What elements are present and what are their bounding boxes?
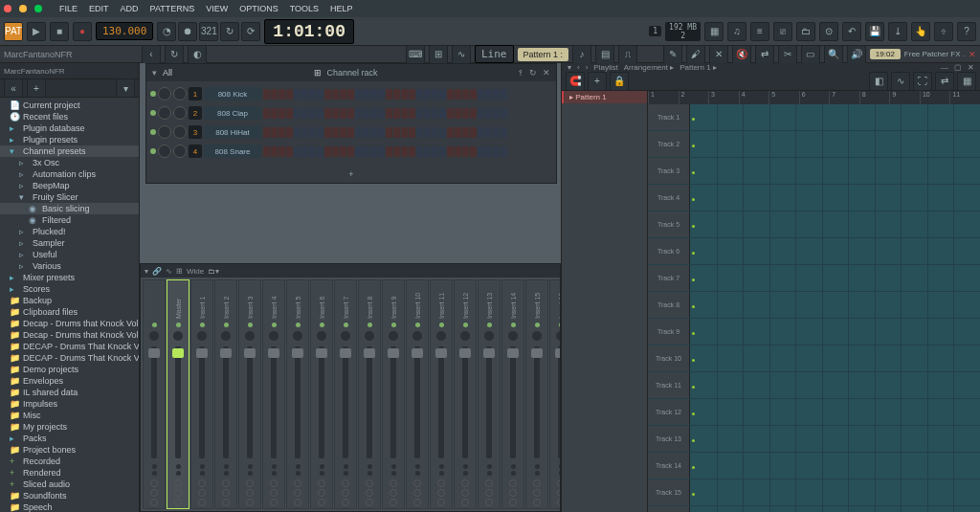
mixer-insert-track[interactable]: Insert 16: [549, 279, 560, 509]
mixer-insert-track[interactable]: Insert 7: [334, 279, 357, 509]
mixer-route-dots[interactable]: [559, 462, 561, 478]
step-cell[interactable]: [301, 146, 308, 157]
step-cell[interactable]: [309, 146, 316, 157]
view-browser-icon[interactable]: 🗀: [796, 22, 815, 41]
step-cell[interactable]: [416, 108, 423, 119]
channel-number[interactable]: 1: [189, 87, 202, 100]
mixer-pan-knob[interactable]: [532, 331, 542, 341]
channel-row[interactable]: 3808 HiHat: [150, 123, 552, 141]
mixer-mute-led[interactable]: [176, 323, 181, 327]
mixer-fader-slot[interactable]: [343, 346, 348, 458]
step-cell[interactable]: [416, 127, 423, 138]
mixer-pan-knob[interactable]: [293, 331, 302, 341]
mixer-fader-handle[interactable]: [196, 348, 208, 358]
browser-item[interactable]: +Rendered: [0, 467, 139, 479]
step-cell[interactable]: [286, 108, 293, 119]
step-cell[interactable]: [478, 108, 484, 119]
step-cell[interactable]: [263, 108, 270, 119]
ruler-bar[interactable]: 7: [829, 91, 859, 104]
step-cell[interactable]: [501, 89, 507, 100]
browser-options-icon[interactable]: ▾: [116, 78, 135, 98]
playlist-track-row[interactable]: Track 11: [648, 372, 980, 399]
step-cell[interactable]: [301, 89, 308, 100]
mixer-fader-slot[interactable]: [390, 346, 396, 458]
mixer-fader-handle[interactable]: [483, 348, 495, 358]
mixer-route-dots[interactable]: [511, 462, 516, 478]
step-cell[interactable]: [478, 127, 484, 138]
step-cell[interactable]: [432, 127, 438, 138]
mixer-shortcut-icon[interactable]: ⎍: [618, 45, 637, 64]
playlist-track-row[interactable]: Track 13: [648, 426, 980, 453]
browser-item[interactable]: ▹Various: [0, 260, 139, 272]
mixer-pan-knob[interactable]: [412, 331, 422, 341]
playlist-shortcut-icon[interactable]: ▤: [595, 45, 614, 64]
mixer-insert-track[interactable]: Insert 2: [214, 279, 237, 509]
ruler-bar[interactable]: 3: [708, 91, 739, 104]
select-tool-icon[interactable]: ▭: [801, 45, 820, 64]
browser-item[interactable]: 📁DECAP - Drums That Knock Vol. 9: [0, 341, 139, 352]
step-cell[interactable]: [294, 108, 301, 119]
step-cell[interactable]: [462, 146, 469, 157]
mixer-fader-handle[interactable]: [531, 348, 543, 358]
playlist-track-label[interactable]: Track 9: [648, 319, 690, 345]
playlist-track-lane[interactable]: [690, 238, 980, 264]
mixer-fader-handle[interactable]: [459, 348, 471, 358]
step-cell[interactable]: [424, 127, 431, 138]
mixer-fader-handle[interactable]: [340, 348, 351, 358]
mixer-pan-knob[interactable]: [365, 331, 374, 341]
mixer-insert-track[interactable]: Insert 13: [478, 279, 501, 509]
browser-back-icon[interactable]: ‹: [142, 45, 161, 64]
mixer-fader-slot[interactable]: [414, 346, 420, 458]
step-cell[interactable]: [370, 108, 377, 119]
step-cell[interactable]: [493, 108, 500, 119]
step-cell[interactable]: [439, 146, 446, 157]
playlist-track-label[interactable]: Track 16: [648, 506, 690, 512]
ruler-bar[interactable]: 11: [949, 91, 980, 104]
step-cell[interactable]: [432, 108, 438, 119]
mixer-fader-handle[interactable]: [244, 348, 256, 358]
step-cell[interactable]: [393, 127, 400, 138]
playlist-track-row[interactable]: Track 15: [648, 479, 980, 506]
draw-tool-icon[interactable]: ✎: [663, 45, 682, 64]
mixer-fader-handle[interactable]: [292, 348, 303, 358]
step-cell[interactable]: [355, 108, 362, 119]
menu-add[interactable]: ADD: [117, 4, 143, 13]
mixer-route-dots[interactable]: [152, 462, 157, 478]
playlist-track-label[interactable]: Track 5: [648, 211, 690, 237]
mixer-fx-ops[interactable]: [342, 478, 349, 508]
mixer-fx-ops[interactable]: [150, 478, 158, 508]
mixer-pan-knob[interactable]: [508, 331, 518, 341]
mixer-mute-led[interactable]: [320, 323, 324, 327]
step-cell[interactable]: [462, 89, 469, 100]
channel-pan-knob[interactable]: [158, 106, 171, 120]
playlist-track-row[interactable]: Track 16: [648, 506, 980, 512]
channel-number[interactable]: 3: [189, 125, 202, 139]
mixer-insert-track[interactable]: Insert 5: [286, 279, 309, 509]
mixer-fader-slot[interactable]: [462, 346, 468, 458]
channel-mute-led[interactable]: [150, 148, 156, 154]
playlist-track-row[interactable]: Track 7: [648, 265, 980, 292]
step-cell[interactable]: [485, 108, 492, 119]
step-cell[interactable]: [378, 108, 385, 119]
step-cell[interactable]: [401, 146, 408, 157]
step-cell[interactable]: [424, 146, 431, 157]
mixer-pan-knob[interactable]: [341, 331, 350, 341]
playlist-track-row[interactable]: Track 3: [648, 158, 980, 185]
pianoroll-shortcut-icon[interactable]: ♪: [572, 45, 591, 64]
step-cell[interactable]: [470, 146, 477, 157]
slip-tool-icon[interactable]: ⇄: [755, 45, 774, 64]
step-cell[interactable]: [271, 127, 278, 138]
channel-pan-knob[interactable]: [158, 145, 171, 158]
browser-item[interactable]: ▹Sampler: [0, 237, 139, 249]
step-cell[interactable]: [347, 89, 354, 100]
mixer-view-dropdown-icon[interactable]: 🗀▾: [208, 267, 219, 276]
step-cell[interactable]: [409, 89, 415, 100]
step-cell[interactable]: [324, 89, 331, 100]
mixer-fader-slot[interactable]: [223, 346, 229, 458]
playlist-track-label[interactable]: Track 7: [648, 265, 690, 291]
channel-row[interactable]: 2808 Clap: [150, 104, 552, 122]
step-cell[interactable]: [455, 108, 461, 119]
step-cell[interactable]: [439, 108, 446, 119]
mixer-fader-slot[interactable]: [438, 346, 444, 458]
step-cell[interactable]: [386, 89, 392, 100]
